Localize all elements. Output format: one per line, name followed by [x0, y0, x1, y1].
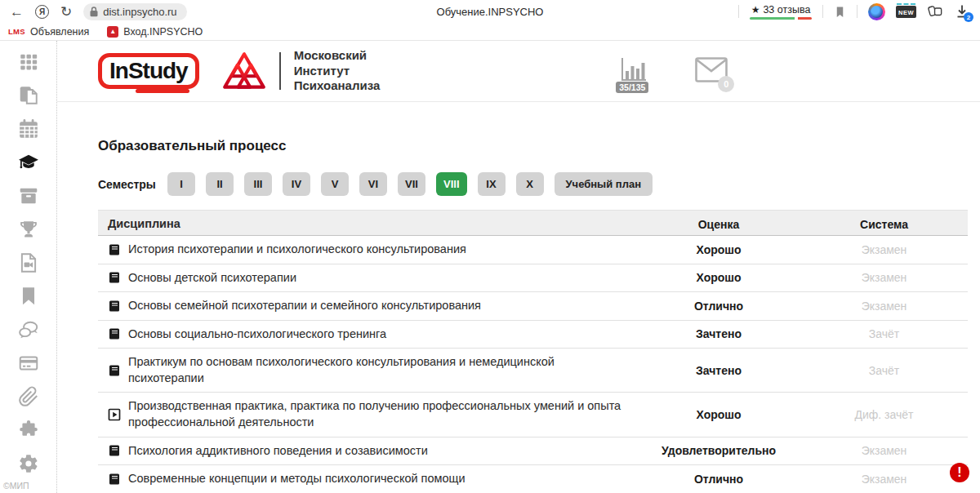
browser-toolbar: ← Я ↻ dist.inpsycho.ru Обучение.INPSYCHO…: [0, 0, 980, 23]
table-row[interactable]: Основы социально-психологического тренин…: [98, 321, 968, 349]
discipline-name: Основы семейной психотерапии и семейного…: [128, 298, 481, 314]
grade: Хорошо: [637, 243, 800, 256]
table-row[interactable]: История психотерапии и психологического …: [98, 236, 968, 264]
lms-favicon: LMS: [8, 27, 25, 36]
inpsycho-favicon: ▲: [107, 26, 118, 38]
alice-orb-icon[interactable]: [868, 3, 885, 20]
discipline-name: Практикум по основам психологического ко…: [128, 354, 629, 386]
grading-system: Экзамен: [800, 300, 968, 313]
documents-icon[interactable]: [18, 85, 39, 106]
curriculum-button[interactable]: Учебный план: [555, 172, 653, 196]
site-header: InStudy Московский Институт Психоанализа: [57, 41, 980, 102]
reviews-count: 33 отзыва: [763, 4, 810, 16]
url-text: dist.inpsycho.ru: [103, 6, 176, 18]
puzzle-icon[interactable]: [18, 420, 39, 441]
lock-icon: [90, 7, 98, 17]
disciplines-table: Дисциплина Оценка Система История психот…: [98, 210, 968, 493]
semesters-label: Семестры: [98, 178, 157, 191]
table-row[interactable]: Производственная практика, практика по п…: [98, 393, 968, 437]
reviews-widget[interactable]: ★ 33 отзыва: [750, 4, 812, 20]
semester-8-button[interactable]: VIII: [436, 172, 467, 196]
content-area: InStudy Московский Институт Психоанализа: [57, 41, 980, 493]
grid-icon[interactable]: [18, 51, 39, 73]
grade: Удовлетворительно: [637, 444, 800, 457]
alert-icon[interactable]: !: [950, 463, 969, 482]
messages[interactable]: 0: [695, 57, 728, 86]
toolbar-separator: [738, 5, 739, 18]
copyright: ©МИП: [3, 481, 29, 491]
gear-icon[interactable]: [18, 453, 39, 474]
grade: Хорошо: [637, 408, 800, 421]
semester-1-button[interactable]: I: [167, 172, 195, 196]
table-row[interactable]: Основы семейной психотерапии и семейного…: [98, 292, 968, 321]
semester-7-button[interactable]: VII: [398, 172, 425, 196]
semester-3-button[interactable]: III: [244, 172, 272, 196]
discipline-name: Основы социально-психологического тренин…: [128, 326, 386, 343]
institute-triangles-logo[interactable]: [220, 51, 268, 91]
semester-5-button[interactable]: V: [321, 172, 349, 196]
calendar-icon[interactable]: [18, 118, 39, 140]
grading-system: Экзамен: [800, 243, 968, 256]
tab-title: Обучение.INPSYCHO: [437, 6, 544, 18]
new-feature-icon[interactable]: NEW: [896, 6, 916, 18]
star-icon: ★: [751, 4, 760, 16]
discipline-name: Производственная практика, практика по п…: [128, 398, 629, 430]
grading-system: Экзамен: [800, 473, 968, 486]
yandex-browser-icon[interactable]: Я: [35, 5, 49, 19]
grade: Отлично: [637, 473, 800, 486]
table-header-row: Дисциплина Оценка Система: [98, 210, 968, 236]
bookmark-lms[interactable]: LMS Объявления: [8, 26, 89, 38]
discipline-name: Современные концепции и методы психологи…: [128, 471, 466, 487]
table-row[interactable]: Практикум по основам психологического ко…: [98, 349, 968, 393]
grade: Зачтено: [637, 327, 800, 340]
bookmark-label: Вход.INPSYCHO: [123, 26, 203, 38]
grading-system: Экзамен: [800, 271, 968, 284]
semester-2-button[interactable]: II: [206, 172, 234, 196]
column-header-system: Система: [800, 218, 968, 231]
semester-4-button[interactable]: IV: [283, 172, 310, 196]
bookmark-label: Объявления: [30, 26, 89, 38]
grading-system: Зачёт: [800, 364, 968, 377]
book-icon: [108, 364, 121, 377]
reload-icon[interactable]: ↻: [60, 5, 72, 19]
reviews-rating-bar: [750, 17, 812, 20]
back-icon[interactable]: ←: [10, 5, 24, 19]
discipline-name: Основы детской психотерапии: [128, 270, 296, 286]
instudy-logo-stand: [136, 89, 189, 93]
paperclip-icon[interactable]: [18, 386, 39, 407]
semester-10-button[interactable]: X: [516, 172, 544, 196]
trophy-icon[interactable]: [18, 219, 39, 240]
chat-icon[interactable]: [18, 319, 39, 340]
grade: Зачтено: [637, 364, 800, 377]
bookmark-icon[interactable]: [834, 6, 846, 18]
bookmark-sidebar-icon[interactable]: [18, 286, 39, 307]
video-file-icon[interactable]: [18, 252, 39, 273]
progress-stats[interactable]: 35/135: [618, 56, 649, 87]
header-divider: [279, 52, 281, 90]
grading-system: Экзамен: [800, 444, 968, 457]
downloads-icon[interactable]: 2: [954, 3, 970, 20]
page-title: Образовательный процесс: [98, 138, 968, 154]
book-icon: [108, 327, 121, 340]
glove-icon[interactable]: [927, 4, 943, 19]
discipline-name: История психотерапии и психологического …: [128, 242, 466, 258]
discipline-name: Психология аддиктивного поведения и соза…: [128, 443, 428, 460]
book-icon: [108, 473, 121, 486]
address-bar[interactable]: dist.inpsycho.ru: [83, 3, 186, 20]
grading-system: Диф. зачёт: [800, 408, 968, 421]
archive-box-icon[interactable]: [18, 185, 39, 207]
bookmark-inpsycho[interactable]: ▲ Вход.INPSYCHO: [107, 26, 203, 38]
book-icon: [108, 271, 121, 284]
semester-6-button[interactable]: VI: [359, 172, 387, 196]
graduation-cap-icon[interactable]: [18, 152, 39, 173]
credit-card-icon[interactable]: [18, 353, 39, 374]
progress-badge: 35/135: [616, 82, 648, 93]
table-row[interactable]: Современные концепции и методы психологи…: [98, 465, 968, 493]
semester-selector: Семестры I II III IV V VI VII VIII IX X …: [98, 172, 968, 196]
book-icon: [108, 444, 121, 457]
institute-name: Московский Институт Психоанализа: [294, 48, 381, 94]
table-row[interactable]: Основы детской психотерапии Хорошо Экзам…: [98, 264, 968, 293]
table-row[interactable]: Психология аддиктивного поведения и соза…: [98, 437, 968, 466]
semester-9-button[interactable]: IX: [478, 172, 506, 196]
instudy-logo[interactable]: InStudy: [98, 53, 199, 89]
